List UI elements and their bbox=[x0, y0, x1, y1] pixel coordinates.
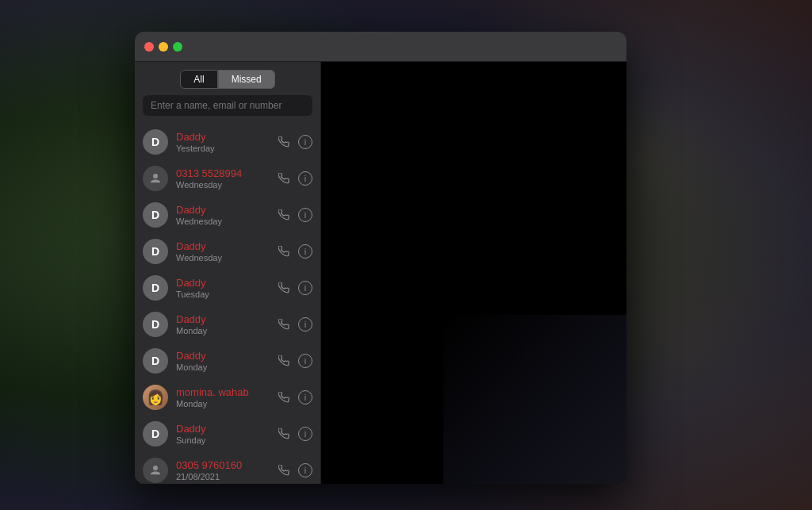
main-content bbox=[321, 62, 626, 484]
phone-icon[interactable] bbox=[276, 426, 292, 442]
avatar: D bbox=[143, 239, 168, 264]
call-name: 0313 5528994 bbox=[176, 167, 276, 179]
phone-icon[interactable] bbox=[276, 243, 292, 259]
call-info: Daddy Yesterday bbox=[176, 131, 276, 153]
call-time: Wednesday bbox=[176, 217, 276, 226]
call-name: Daddy bbox=[176, 204, 276, 216]
avatar: 👩 bbox=[143, 385, 168, 410]
phone-icon[interactable] bbox=[276, 462, 292, 478]
call-info: 0313 5528994 Wednesday bbox=[176, 167, 276, 190]
call-time: Tuesday bbox=[176, 290, 276, 299]
phone-icon[interactable] bbox=[276, 134, 292, 150]
call-time: Monday bbox=[176, 326, 276, 336]
info-icon[interactable]: i bbox=[298, 390, 312, 405]
avatar: D bbox=[143, 202, 168, 228]
facetime-window: All Missed D Daddy Yesterday i 0313 5528… bbox=[135, 32, 626, 484]
call-item[interactable]: D Daddy Yesterday i bbox=[135, 124, 320, 160]
call-name: Daddy bbox=[176, 423, 276, 435]
avatar: D bbox=[143, 129, 168, 155]
info-icon[interactable]: i bbox=[298, 171, 312, 186]
info-icon[interactable]: i bbox=[298, 135, 312, 149]
title-bar bbox=[135, 32, 626, 62]
svg-point-1 bbox=[153, 466, 158, 470]
call-info: Daddy Tuesday bbox=[176, 277, 276, 299]
info-icon[interactable]: i bbox=[298, 427, 312, 441]
avatar bbox=[143, 166, 168, 191]
call-name: Daddy bbox=[176, 131, 276, 143]
call-actions: i bbox=[276, 171, 312, 186]
phone-icon[interactable] bbox=[276, 353, 292, 369]
call-info: Daddy Monday bbox=[176, 313, 276, 336]
maximize-button[interactable] bbox=[173, 42, 182, 52]
call-item[interactable]: D Daddy Sunday i bbox=[135, 416, 320, 452]
call-actions: i bbox=[276, 207, 312, 223]
info-icon[interactable]: i bbox=[298, 463, 312, 477]
call-actions: i bbox=[276, 316, 312, 332]
call-item[interactable]: D Daddy Tuesday i bbox=[135, 270, 320, 306]
call-name: Daddy bbox=[176, 350, 276, 362]
call-info: Daddy Monday bbox=[176, 350, 276, 372]
info-icon[interactable]: i bbox=[298, 354, 312, 368]
call-info: Daddy Sunday bbox=[176, 423, 276, 445]
call-item[interactable]: 0313 5528994 Wednesday i bbox=[135, 160, 320, 197]
phone-icon[interactable] bbox=[276, 316, 292, 332]
call-actions: i bbox=[276, 243, 312, 259]
window-body: All Missed D Daddy Yesterday i 0313 5528… bbox=[135, 62, 626, 484]
call-info: Daddy Wednesday bbox=[176, 240, 276, 263]
call-item[interactable]: D Daddy Monday i bbox=[135, 306, 320, 343]
sidebar: All Missed D Daddy Yesterday i 0313 5528… bbox=[135, 62, 321, 484]
call-actions: i bbox=[276, 462, 312, 478]
call-info: momina. wahab Monday bbox=[176, 386, 276, 408]
call-name: Daddy bbox=[176, 277, 276, 289]
call-time: Monday bbox=[176, 399, 276, 408]
call-name: Daddy bbox=[176, 240, 276, 252]
tab-bar: All Missed bbox=[135, 62, 320, 95]
call-time: Sunday bbox=[176, 435, 276, 445]
tab-all[interactable]: All bbox=[180, 70, 217, 89]
call-actions: i bbox=[276, 134, 312, 150]
phone-icon[interactable] bbox=[276, 171, 292, 186]
call-time: Wednesday bbox=[176, 180, 276, 190]
call-name: Daddy bbox=[176, 313, 276, 325]
info-icon[interactable]: i bbox=[298, 317, 312, 332]
avatar: D bbox=[143, 275, 168, 301]
call-item[interactable]: 👩 momina. wahab Monday i bbox=[135, 379, 320, 416]
call-info: 0305 9760160 21/08/2021 bbox=[176, 459, 276, 481]
avatar bbox=[143, 458, 168, 483]
call-time: Monday bbox=[176, 362, 276, 372]
call-time: Yesterday bbox=[176, 144, 276, 153]
call-time: 21/08/2021 bbox=[176, 472, 276, 481]
call-actions: i bbox=[276, 426, 312, 442]
call-actions: i bbox=[276, 280, 312, 296]
avatar: D bbox=[143, 312, 168, 337]
phone-icon[interactable] bbox=[276, 389, 292, 405]
traffic-lights bbox=[144, 42, 182, 52]
close-button[interactable] bbox=[144, 42, 154, 52]
call-item[interactable]: D Daddy Monday i bbox=[135, 343, 320, 379]
call-time: Wednesday bbox=[176, 253, 276, 263]
call-item[interactable]: D Daddy Wednesday i bbox=[135, 197, 320, 233]
call-preview bbox=[321, 62, 626, 484]
search-input[interactable] bbox=[143, 95, 312, 116]
svg-point-0 bbox=[153, 174, 158, 178]
call-list: D Daddy Yesterday i 0313 5528994 Wednesd… bbox=[135, 122, 320, 484]
call-name: 0305 9760160 bbox=[176, 459, 276, 471]
phone-icon[interactable] bbox=[276, 280, 292, 296]
phone-icon[interactable] bbox=[276, 207, 292, 223]
info-icon[interactable]: i bbox=[298, 208, 312, 222]
call-item[interactable]: 0305 9760160 21/08/2021 i bbox=[135, 452, 320, 484]
info-icon[interactable]: i bbox=[298, 281, 312, 295]
call-actions: i bbox=[276, 353, 312, 369]
search-box bbox=[143, 95, 312, 116]
info-icon[interactable]: i bbox=[298, 244, 312, 259]
avatar: D bbox=[143, 348, 168, 374]
call-name: momina. wahab bbox=[176, 386, 276, 398]
minimize-button[interactable] bbox=[159, 42, 168, 52]
call-actions: i bbox=[276, 389, 312, 405]
call-item[interactable]: D Daddy Wednesday i bbox=[135, 233, 320, 270]
avatar: D bbox=[143, 421, 168, 447]
tab-missed[interactable]: Missed bbox=[218, 70, 275, 89]
call-info: Daddy Wednesday bbox=[176, 204, 276, 226]
